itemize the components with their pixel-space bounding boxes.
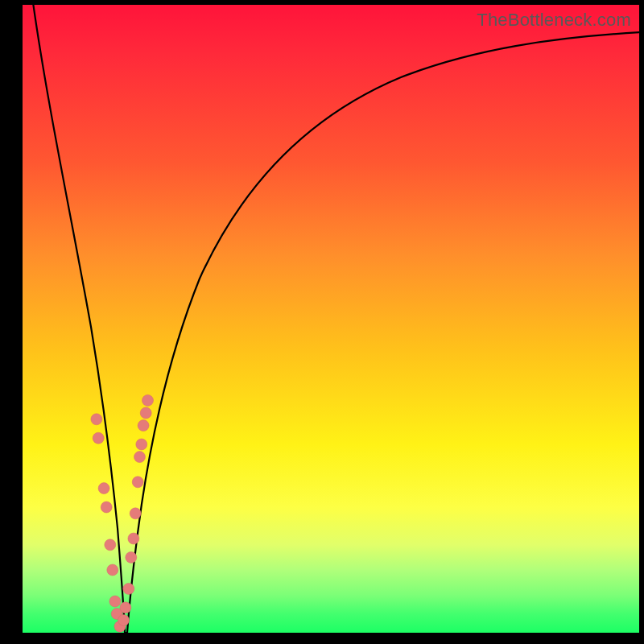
plot-area: TheBottleneck.com xyxy=(23,5,639,633)
data-point xyxy=(142,394,154,406)
data-point xyxy=(128,533,139,544)
chart-frame: TheBottleneck.com xyxy=(0,0,644,644)
data-point xyxy=(126,551,137,563)
bottleneck-curve xyxy=(32,5,639,633)
data-point xyxy=(123,583,134,594)
data-point xyxy=(107,564,118,576)
data-point xyxy=(105,539,116,551)
watermark-text: TheBottleneck.com xyxy=(477,10,631,31)
data-point xyxy=(101,502,112,513)
data-point xyxy=(118,614,130,625)
data-point xyxy=(109,596,121,607)
data-point xyxy=(91,414,102,425)
data-point xyxy=(98,483,109,494)
data-point xyxy=(140,407,151,419)
data-point xyxy=(138,420,149,431)
data-point xyxy=(120,602,131,613)
data-point xyxy=(130,508,141,519)
data-point xyxy=(134,452,146,463)
data-point xyxy=(93,432,104,444)
data-point xyxy=(136,439,147,450)
data-point xyxy=(132,477,143,488)
curve-layer xyxy=(23,5,639,633)
